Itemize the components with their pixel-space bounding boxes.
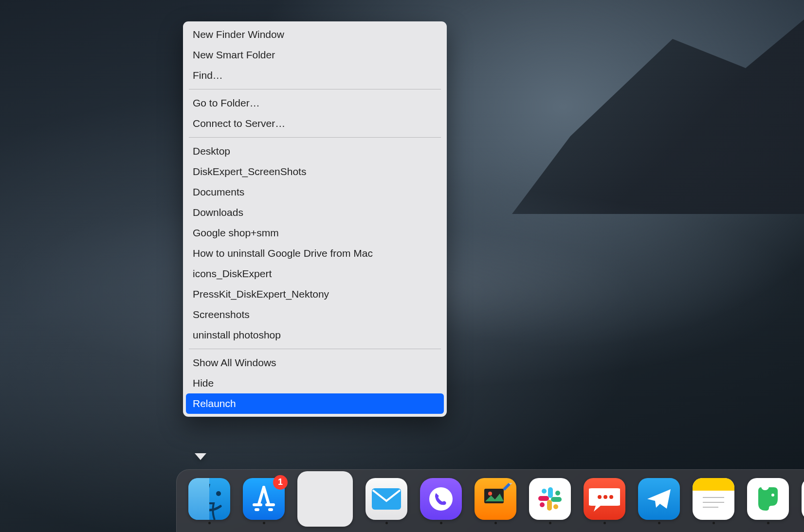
dock-item <box>188 478 230 524</box>
dock-item: 1 <box>243 478 285 524</box>
notes-icon[interactable] <box>693 478 734 520</box>
pixelmator-icon[interactable] <box>475 478 516 520</box>
menu-go-to-folder[interactable]: Go to Folder… <box>186 93 444 113</box>
menu-icons-diskexpert[interactable]: icons_DiskExpert <box>186 264 444 284</box>
running-indicator-dot <box>713 522 715 524</box>
running-indicator-dot <box>603 522 606 524</box>
dock-item <box>475 478 516 524</box>
menu-google-shop-smm[interactable]: Google shop+smm <box>186 223 444 243</box>
svg-point-10 <box>542 489 547 494</box>
svg-point-12 <box>553 504 558 509</box>
svg-point-11 <box>555 491 560 496</box>
dock-item <box>584 478 625 524</box>
dock-item <box>747 478 789 524</box>
dock-item <box>297 471 353 531</box>
svg-rect-6 <box>548 487 553 498</box>
svg-point-16 <box>609 495 613 499</box>
menu-hide[interactable]: Hide <box>186 373 444 393</box>
svg-point-3 <box>429 487 453 511</box>
menu-connect-to-server[interactable]: Connect to Server… <box>186 113 444 134</box>
finder-icon[interactable] <box>188 478 230 520</box>
svg-rect-2 <box>372 488 401 510</box>
menu-diskexpert-screenshots[interactable]: DiskExpert_ScreenShots <box>186 161 444 182</box>
chat-icon[interactable] <box>584 478 625 520</box>
menu-relaunch[interactable]: Relaunch <box>186 393 444 414</box>
menu-downloads[interactable]: Downloads <box>186 202 444 223</box>
finder-context-menu: New Finder WindowNew Smart FolderFind…Go… <box>183 21 447 417</box>
svg-point-13 <box>540 502 545 507</box>
menu-new-finder-window[interactable]: New Finder Window <box>186 24 444 45</box>
dock-item <box>420 478 462 524</box>
svg-rect-9 <box>538 496 549 501</box>
menu-separator <box>189 89 441 89</box>
menu-find[interactable]: Find… <box>186 65 444 86</box>
svg-point-14 <box>598 495 602 499</box>
menu-uninstall-photoshop[interactable]: uninstall photoshop <box>186 325 444 345</box>
running-indicator-dot <box>549 522 551 524</box>
dock-item <box>802 478 804 524</box>
dock-item <box>638 478 680 524</box>
viber-icon[interactable] <box>420 478 462 520</box>
running-indicator-dot <box>767 522 769 524</box>
chrome-icon[interactable] <box>802 478 804 520</box>
running-indicator-dot <box>263 522 265 524</box>
menu-presskit-diskexpert[interactable]: PressKit_DiskExpert_Nektony <box>186 284 444 304</box>
dock-item <box>529 478 571 524</box>
notification-badge: 1 <box>273 475 288 490</box>
dock: 1“ <box>176 469 804 532</box>
evernote-icon[interactable] <box>747 478 789 520</box>
running-indicator-dot <box>658 522 660 524</box>
svg-point-20 <box>771 494 774 497</box>
desktop-wallpaper: New Finder WindowNew Smart FolderFind…Go… <box>0 0 804 532</box>
running-indicator-dot <box>440 522 442 524</box>
menu-show-all-windows[interactable]: Show All Windows <box>186 353 444 373</box>
svg-point-15 <box>603 495 607 499</box>
mail-icon[interactable] <box>365 478 407 520</box>
running-indicator-dot <box>208 522 211 524</box>
svg-point-5 <box>488 492 492 496</box>
slack-icon[interactable] <box>529 478 571 520</box>
menu-separator <box>189 137 441 138</box>
svg-rect-8 <box>547 500 552 511</box>
svg-rect-7 <box>551 497 562 502</box>
menu-documents[interactable]: Documents <box>186 182 444 202</box>
context-menu-pointer <box>195 453 206 460</box>
svg-point-0 <box>197 491 201 496</box>
menu-screenshots[interactable]: Screenshots <box>186 304 444 325</box>
svg-point-1 <box>216 491 221 496</box>
appstore-icon[interactable]: 1 <box>243 478 285 520</box>
menu-new-smart-folder[interactable]: New Smart Folder <box>186 45 444 65</box>
telegram-icon[interactable] <box>638 478 680 520</box>
menu-how-to-uninstall-google-drive[interactable]: How to uninstall Google Drive from Mac <box>186 243 444 264</box>
dock-item <box>365 478 407 524</box>
menu-separator <box>189 349 441 349</box>
dock-item <box>693 478 734 524</box>
running-indicator-dot <box>385 522 388 524</box>
menu-desktop[interactable]: Desktop <box>186 141 444 161</box>
launchpad-icon[interactable] <box>297 471 353 527</box>
running-indicator-dot <box>494 522 497 524</box>
